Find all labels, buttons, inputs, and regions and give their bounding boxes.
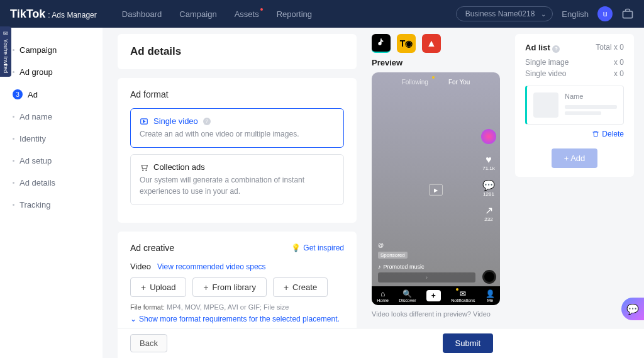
create-button[interactable]: +Create [273,277,328,297]
placeholder-bar [565,111,601,115]
plus-icon: + [203,283,208,292]
video-specs-link[interactable]: View recommended video specs [157,262,266,271]
adlist-card: Ad list ? Total x 0 Single imagex 0 Sing… [515,34,634,177]
comment-count: 1281 [483,191,494,197]
show-more-label: Show more format requirements for the se… [139,315,340,323]
tab-for-you: For You [448,79,470,86]
info-icon: ? [552,45,560,53]
business-selector[interactable]: Business Name0218 ⌄ [456,6,553,21]
nav-label: Home [377,298,389,303]
from-library-button[interactable]: +From library [192,277,267,297]
plus-icon: + [141,283,146,292]
adlist-title: Ad list ? [525,43,560,53]
nav-campaign[interactable]: Campaign [179,9,216,19]
sidebar: Campaign Ad group 3Ad Ad name Identity A… [0,28,103,358]
nav-notifications: ✉Notifications [451,289,475,303]
sidebar-label: Ad group [19,67,53,77]
sidebar-item-adgroup[interactable]: Ad group [0,61,103,83]
btn-label: Upload [150,282,175,292]
ad-thumbnail [533,92,558,118]
adlist-total: Total x 0 [596,43,624,53]
share-icon: ↗ [482,204,495,216]
add-button[interactable]: + Add [552,148,598,168]
business-name: Business Name0218 [465,9,535,18]
svg-point-2 [143,170,143,171]
sidebar-label: Ad [28,90,38,99]
adlist-row-video: Single videox 0 [525,69,624,78]
preview-app-3[interactable]: ▲ [422,34,441,53]
ad-details-title: Ad details [130,45,344,58]
music-icon: ♪ [378,264,381,270]
video-placeholder-icon: ▶ [429,184,443,196]
nav-label: Discover [399,298,416,303]
logo-text: TikTok [10,8,45,21]
option-title: Collection ads [153,162,205,172]
share-action: ↗232 [482,204,495,222]
video-label: Video [130,262,151,271]
sidebar-label: Ad details [19,178,55,187]
comment-icon: 💬 [482,179,495,191]
file-format-label: File format: [130,303,165,311]
btn-label: From library [213,282,256,292]
user-icon: 👤 [486,289,495,298]
sidebar-item-adsetup[interactable]: Ad setup [0,150,103,172]
ad-name-label: Name [565,92,617,100]
submit-button[interactable]: Submit [443,333,493,353]
option-desc: Our system will generate a combination o… [140,174,335,197]
nav-reporting[interactable]: Reporting [277,9,312,19]
chat-fab[interactable]: 💬 [621,298,644,320]
ad-details-card: Ad details [118,34,357,69]
row-label: Single video [525,69,566,78]
step-badge: 3 [13,89,23,99]
cta-bar: › [378,272,475,282]
nav-dashboard[interactable]: Dashboard [122,9,162,19]
sidebar-item-adname[interactable]: Ad name [0,106,103,128]
sidebar-item-tracking[interactable]: Tracking [0,194,103,216]
plus-icon: + [284,283,289,292]
inspired-label: Get inspired [303,243,344,252]
preview-label: Preview [372,58,500,67]
nav-label: Notifications [451,298,475,303]
invited-tab[interactable]: ✉You're Invited [0,26,11,77]
trash-icon [592,130,599,138]
tab-following: Following [402,79,428,86]
option-collection-ads[interactable]: Collection ads Our system will generate … [130,154,344,205]
option-single-video[interactable]: Single video ? Create an ad with one vid… [130,108,344,148]
sidebar-item-ad[interactable]: 3Ad [0,83,103,106]
nav-assets[interactable]: Assets [235,9,259,19]
nav-discover: 🔍Discover [399,289,416,303]
logo: TikTok : Ads Manager [10,8,97,21]
sidebar-item-campaign[interactable]: Campaign [0,39,103,61]
adlist-item[interactable]: Name [525,86,624,125]
top-navigation: TikTok : Ads Manager Dashboard Campaign … [0,0,644,28]
preview-app-2[interactable]: T◉ [397,34,416,53]
file-format-text: MP4, MOV, MPEG, AVI or GIF; File size [167,303,289,311]
user-avatar[interactable]: u [597,6,613,21]
btn-label: Create [292,282,317,292]
back-button[interactable]: Back [130,334,167,352]
row-count: x 0 [614,58,624,67]
delete-button[interactable]: Delete [525,130,624,138]
get-inspired-link[interactable]: 💡Get inspired [291,243,344,252]
heart-icon: ♥ [482,154,495,165]
phone-bottom-nav: ⌂Home 🔍Discover + ✉Notifications 👤Me [372,286,500,305]
sidebar-item-identity[interactable]: Identity [0,128,103,150]
preview-app-tiktok[interactable] [372,34,391,53]
option-title: Single video [153,116,198,126]
file-format-hint: File format: MP4, MOV, MPEG, AVI or GIF;… [130,303,344,311]
sidebar-item-addetails[interactable]: Ad details [0,172,103,194]
nav-plus: + [426,290,441,301]
nav-home: ⌂Home [377,289,389,303]
adlist-title-text: Ad list [525,43,550,52]
app-icon-glyph: T◉ [400,38,413,48]
delete-label: Delete [602,130,624,138]
sidebar-label: Identity [19,134,46,143]
comment-action: 💬1281 [482,179,495,197]
show-more-requirements[interactable]: ⌄Show more format requirements for the s… [130,315,344,323]
upload-button[interactable]: +Upload [130,277,186,297]
language-selector[interactable]: English [562,9,589,19]
dot-icon [432,76,435,79]
preview-column: T◉ ▲ Preview Following For You ♥71.1k 💬1… [367,28,505,358]
chat-icon: 💬 [626,303,639,315]
briefcase-icon[interactable] [621,8,634,20]
